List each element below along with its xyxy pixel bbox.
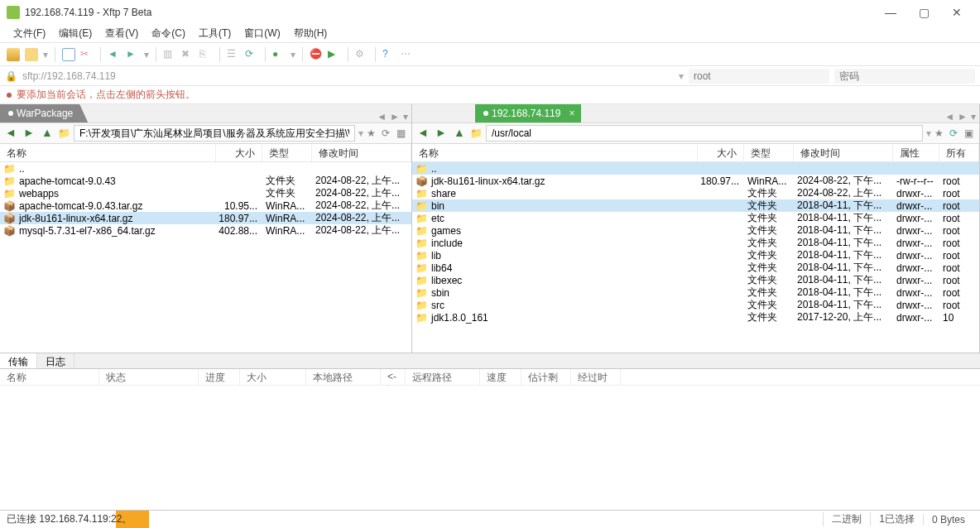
- file-row[interactable]: 📁etc文件夹2018-04-11, 下午...drwxr-...root: [412, 212, 979, 224]
- file-row[interactable]: 📁apache-tomcat-9.0.43文件夹2024-08-22, 上午..…: [0, 175, 411, 187]
- refresh-icon[interactable]: ⟳: [949, 127, 961, 139]
- menu-edit[interactable]: 编辑(E): [52, 25, 98, 42]
- tab-next-icon[interactable]: ►: [390, 111, 400, 122]
- copy-icon[interactable]: ⎘: [199, 48, 213, 61]
- dropdown-icon[interactable]: ▾: [43, 49, 48, 60]
- path-dropdown-icon[interactable]: ▾: [926, 127, 931, 139]
- play-icon[interactable]: ▶: [328, 48, 341, 61]
- file-row[interactable]: 📦jdk-8u161-linux-x64.tar.gz180.97...WinR…: [412, 175, 979, 187]
- col-size[interactable]: 大小: [216, 144, 262, 161]
- forward-icon[interactable]: ►: [22, 126, 36, 141]
- file-row[interactable]: 📁sbin文件夹2018-04-11, 下午...drwxr-...root: [412, 286, 979, 299]
- explorer-icon[interactable]: ▦: [396, 127, 408, 139]
- dropdown-icon[interactable]: ▾: [679, 70, 684, 82]
- dropdown-icon[interactable]: ▾: [291, 49, 295, 60]
- path-dropdown-icon[interactable]: ▾: [358, 127, 363, 139]
- xfer-remotepath[interactable]: 远程路径: [406, 369, 480, 385]
- file-row[interactable]: 📁lib文件夹2018-04-11, 下午...drwxr-...root: [412, 249, 979, 262]
- xfer-elapsed[interactable]: 经过时间: [571, 369, 621, 385]
- file-row[interactable]: 📁webapps文件夹2024-08-22, 上午...: [0, 187, 411, 199]
- reconnect-icon[interactable]: [62, 48, 75, 61]
- col-name[interactable]: 名称: [412, 144, 698, 161]
- file-row[interactable]: 📁libexec文件夹2018-04-11, 下午...drwxr-...roo…: [412, 274, 979, 286]
- tab-prev-icon[interactable]: ◄: [944, 111, 954, 122]
- help-icon[interactable]: ?: [382, 48, 396, 61]
- xfer-progress[interactable]: 进度: [199, 369, 240, 385]
- col-name[interactable]: 名称: [0, 144, 216, 161]
- file-row[interactable]: 📦jdk-8u161-linux-x64.tar.gz180.97...WinR…: [0, 212, 411, 224]
- col-owner[interactable]: 所有者: [939, 144, 979, 161]
- file-row[interactable]: 📁..: [412, 162, 979, 175]
- file-row[interactable]: 📦apache-tomcat-9.0.43.tar.gz10.95...WinR…: [0, 199, 411, 212]
- bookmark-icon[interactable]: ★: [367, 127, 378, 139]
- tab-prev-icon[interactable]: ◄: [377, 111, 387, 122]
- xfer-localpath[interactable]: 本地路径: [306, 369, 381, 385]
- settings-icon[interactable]: ⚙: [355, 48, 368, 61]
- col-type[interactable]: 类型: [744, 144, 794, 161]
- col-date[interactable]: 修改时间: [312, 144, 411, 161]
- menu-view[interactable]: 查看(V): [98, 25, 145, 42]
- back-icon[interactable]: ◄: [416, 126, 430, 141]
- new-session-icon[interactable]: [7, 48, 20, 61]
- dropdown-icon[interactable]: ▾: [144, 49, 149, 60]
- tab-menu-icon[interactable]: ▾: [971, 111, 976, 122]
- username-input[interactable]: [689, 69, 829, 84]
- file-row[interactable]: 📁bin文件夹2018-04-11, 下午...drwxr-...root: [412, 199, 979, 212]
- file-row[interactable]: 📁include文件夹2018-04-11, 下午...drwxr-...roo…: [412, 237, 979, 249]
- remote-path-input[interactable]: [486, 125, 923, 142]
- local-path-input[interactable]: [74, 125, 355, 142]
- more-icon[interactable]: ⋯: [401, 48, 414, 61]
- tab-log[interactable]: 日志: [37, 353, 74, 368]
- file-row[interactable]: 📁games文件夹2018-04-11, 下午...drwxr-...root: [412, 224, 979, 237]
- xfer-status[interactable]: 状态: [99, 369, 199, 385]
- delete-icon[interactable]: ✖: [181, 48, 195, 61]
- menu-file[interactable]: 文件(F): [7, 25, 52, 42]
- close-button[interactable]: ✕: [940, 1, 973, 24]
- remote-file-list[interactable]: 📁..📦jdk-8u161-linux-x64.tar.gz180.97...W…: [412, 162, 979, 353]
- col-size[interactable]: 大小: [698, 144, 744, 161]
- history-icon[interactable]: ⟳: [382, 127, 393, 139]
- minimize-button[interactable]: —: [874, 1, 907, 24]
- refresh-icon[interactable]: ⟳: [245, 48, 258, 61]
- xfer-speed[interactable]: 速度: [480, 369, 521, 385]
- xfer-eta[interactable]: 估计剩余...: [521, 369, 571, 385]
- file-row[interactable]: 📁lib64文件夹2018-04-11, 下午...drwxr-...root: [412, 262, 979, 274]
- local-file-list[interactable]: 📁..📁apache-tomcat-9.0.43文件夹2024-08-22, 上…: [0, 162, 411, 353]
- file-row[interactable]: 📁..: [0, 162, 411, 175]
- transfer-left-icon[interactable]: ◄: [108, 48, 121, 61]
- new-folder-icon[interactable]: ▥: [163, 48, 176, 61]
- open-icon[interactable]: [25, 48, 38, 61]
- stop-icon[interactable]: ⛔: [310, 48, 323, 61]
- file-row[interactable]: 📁share文件夹2024-08-22, 上午...drwxr-...root: [412, 187, 979, 199]
- tab-close-icon[interactable]: ×: [569, 108, 574, 119]
- menu-help[interactable]: 帮助(H): [287, 25, 334, 42]
- xfer-size[interactable]: 大小: [240, 369, 306, 385]
- menu-cmd[interactable]: 命令(C): [145, 25, 192, 42]
- xfer-name[interactable]: 名称: [0, 369, 99, 385]
- xfer-arrow[interactable]: <->: [381, 369, 406, 385]
- remote-tab[interactable]: 192.168.74.119 ×: [475, 104, 581, 122]
- file-row[interactable]: 📦mysql-5.7.31-el7-x86_64.tar.gz402.88...…: [0, 224, 411, 237]
- sync-icon[interactable]: ●: [272, 48, 286, 61]
- menu-tool[interactable]: 工具(T): [192, 25, 238, 42]
- tab-transfer[interactable]: 传输: [0, 353, 37, 368]
- back-icon[interactable]: ◄: [3, 126, 18, 141]
- forward-icon[interactable]: ►: [434, 126, 449, 141]
- up-icon[interactable]: ▲: [452, 126, 467, 141]
- disconnect-icon[interactable]: ✂: [80, 48, 94, 61]
- file-row[interactable]: 📁jdk1.8.0_161文件夹2017-12-20, 上午...drwxr-.…: [412, 311, 979, 324]
- address-input[interactable]: [22, 70, 674, 82]
- menu-window[interactable]: 窗口(W): [238, 25, 286, 42]
- col-type[interactable]: 类型: [262, 144, 312, 161]
- maximize-button[interactable]: ▢: [907, 1, 940, 24]
- file-row[interactable]: 📁src文件夹2018-04-11, 下午...drwxr-...root: [412, 299, 979, 311]
- col-perm[interactable]: 属性: [893, 144, 939, 161]
- col-date[interactable]: 修改时间: [794, 144, 893, 161]
- view-icon[interactable]: ☰: [227, 48, 240, 61]
- tab-menu-icon[interactable]: ▾: [403, 111, 408, 122]
- transfer-right-icon[interactable]: ►: [126, 48, 139, 61]
- bookmark-icon[interactable]: ★: [934, 127, 946, 139]
- terminal-icon[interactable]: ▣: [964, 127, 976, 139]
- tab-next-icon[interactable]: ►: [958, 111, 968, 122]
- local-tab[interactable]: WarPackage: [0, 104, 88, 122]
